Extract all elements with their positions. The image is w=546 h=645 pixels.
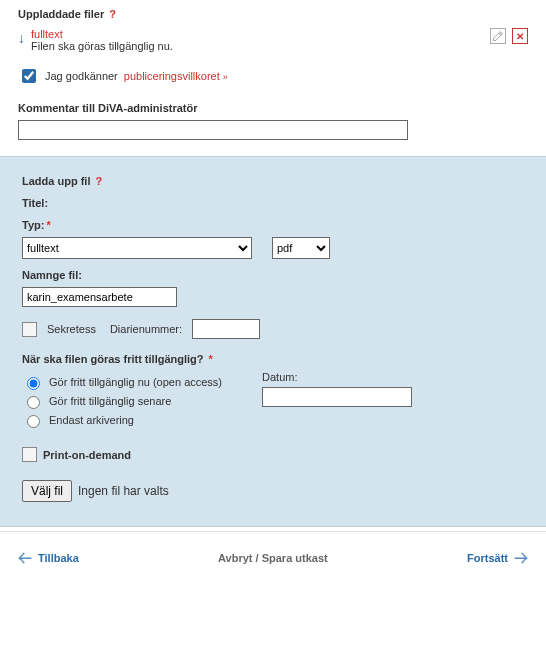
choose-file-button[interactable]: Välj fil xyxy=(22,480,72,502)
uploaded-file-row: ↓ fulltext Filen ska göras tillgänglig n… xyxy=(18,28,528,52)
continue-button[interactable]: Fortsätt 🡢 xyxy=(467,550,528,566)
access-later-label: Gör fritt tillgänglig senare xyxy=(49,395,171,407)
access-now-radio[interactable] xyxy=(27,377,40,390)
access-later-radio[interactable] xyxy=(27,396,40,409)
edit-file-icon[interactable] xyxy=(490,28,506,44)
diary-input[interactable] xyxy=(192,319,260,339)
type-label: Typ:* xyxy=(22,219,524,231)
uploaded-file-desc: Filen ska göras tillgänglig nu. xyxy=(31,40,173,52)
help-icon[interactable]: ? xyxy=(109,8,116,20)
access-now-label: Gör fritt tillgänglig nu (open access) xyxy=(49,376,222,388)
uploaded-files-heading: Uppladdade filer ? xyxy=(18,8,528,20)
accept-prefix: Jag godkänner xyxy=(45,70,118,82)
comment-label: Kommentar till DiVA-administratör xyxy=(18,102,528,114)
secrecy-label: Sekretess xyxy=(47,323,96,335)
date-input[interactable] xyxy=(262,387,412,407)
comment-input[interactable] xyxy=(18,120,408,140)
title-label: Titel: xyxy=(22,197,524,209)
arrow-right-icon: 🡢 xyxy=(514,550,528,566)
access-archive-radio[interactable] xyxy=(27,415,40,428)
accept-terms-checkbox[interactable] xyxy=(22,69,36,83)
diary-label: Diarienummer: xyxy=(110,323,182,335)
upload-panel: Ladda upp fil ? Titel: Typ:* fulltext pd… xyxy=(0,156,546,527)
name-file-label: Namnge fil: xyxy=(22,269,524,281)
cancel-save-button[interactable]: Avbryt / Spara utkast xyxy=(218,552,328,564)
access-label: När ska filen göras fritt tillgänglig? * xyxy=(22,353,524,365)
help-icon[interactable]: ? xyxy=(96,175,103,187)
upload-heading: Ladda upp fil ? xyxy=(22,175,524,187)
date-label: Datum: xyxy=(262,371,412,383)
terms-link[interactable]: publiceringsvillkoret » xyxy=(124,70,228,82)
accept-terms-row: Jag godkänner publiceringsvillkoret » xyxy=(18,66,528,86)
delete-file-icon[interactable]: ✕ xyxy=(512,28,528,44)
print-on-demand-label: Print-on-demand xyxy=(43,449,131,461)
arrow-left-icon: 🡠 xyxy=(18,550,32,566)
secrecy-checkbox[interactable] xyxy=(22,322,37,337)
name-file-input[interactable] xyxy=(22,287,177,307)
bottom-nav: 🡠 Tillbaka Avbryt / Spara utkast Fortsät… xyxy=(0,531,546,586)
print-on-demand-checkbox[interactable] xyxy=(22,447,37,462)
format-select[interactable]: pdf xyxy=(272,237,330,259)
download-arrow-icon[interactable]: ↓ xyxy=(18,30,25,46)
access-archive-label: Endast arkivering xyxy=(49,414,134,426)
uploaded-file-name[interactable]: fulltext xyxy=(31,28,173,40)
back-button[interactable]: 🡠 Tillbaka xyxy=(18,550,79,566)
no-file-text: Ingen fil har valts xyxy=(78,484,169,498)
type-select[interactable]: fulltext xyxy=(22,237,252,259)
